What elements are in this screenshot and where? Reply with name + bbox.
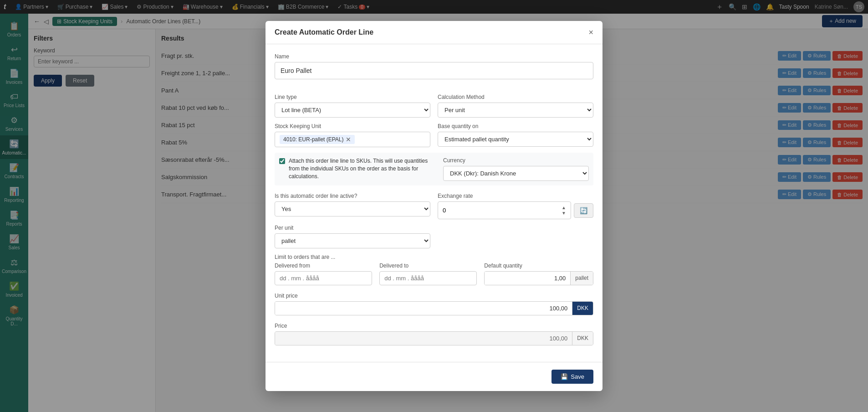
modal-overlay[interactable]: Create Automatic Order Line × Name Line … (0, 0, 868, 412)
active-exchange-row: Is this automatic order line active? Yes… (275, 193, 593, 219)
save-label: Save (571, 373, 584, 380)
base-qty-label: Base quantity on (438, 123, 593, 129)
unit-price-input-wrap: DKK (275, 301, 593, 315)
unit-price-label: Unit price (275, 293, 593, 299)
delivered-from-label: Delivered from (275, 263, 372, 269)
per-unit-col: Per unit pallet (275, 225, 430, 248)
base-qty-select[interactable]: Estimated pallet quantity (438, 132, 593, 147)
active-select[interactable]: Yes (275, 201, 430, 216)
default-qty-label: Default quantity (484, 263, 593, 269)
price-input (275, 332, 572, 345)
exchange-rate-input[interactable] (443, 207, 541, 214)
delivered-to-input[interactable] (379, 271, 477, 285)
modal-footer: 💾 Save (266, 362, 602, 391)
exchange-rate-spinner[interactable]: ▲ ▼ (562, 205, 566, 216)
price-field: DKK (275, 331, 593, 345)
default-qty-col: Default quantity pallet (484, 263, 593, 285)
attach-checkbox-label: Attach this order line line to SKUs. Thi… (289, 157, 439, 180)
name-label: Name (275, 53, 593, 60)
line-type-col: Line type Lot line (BETA) (275, 94, 430, 118)
active-col: Is this automatic order line active? Yes (275, 193, 430, 219)
name-group: Name (275, 53, 593, 87)
sku-tag-text: 4010: EUR-pallet (EPAL) (283, 136, 344, 143)
modal-title: Create Automatic Order Line (275, 28, 373, 36)
save-icon: 💾 (561, 373, 568, 380)
per-unit-label: Per unit (275, 225, 430, 231)
refresh-exchange-rate-button[interactable]: 🔄 (574, 203, 593, 218)
attach-checkbox[interactable] (279, 158, 285, 164)
unit-price-currency: DKK (572, 302, 593, 315)
active-label: Is this automatic order line active? (275, 193, 430, 199)
exchange-rate-row: ▲ ▼ 🔄 (438, 201, 593, 219)
per-unit-select[interactable]: pallet (275, 233, 430, 248)
modal-body: Name Line type Lot line (BETA) Calculati… (266, 44, 602, 362)
spacer-col (438, 225, 593, 248)
sku-remove-icon[interactable]: ✕ (346, 136, 351, 143)
limit-label: Limit to orders that are ... (275, 254, 593, 260)
modal-close-button[interactable]: × (588, 28, 593, 36)
default-qty-input[interactable] (485, 272, 570, 285)
exchange-rate-label: Exchange rate (438, 193, 593, 199)
name-input[interactable] (275, 62, 593, 79)
line-type-select[interactable]: Lot line (BETA) (275, 103, 430, 118)
modal: Create Automatic Order Line × Name Line … (266, 21, 602, 391)
default-qty-input-wrap: pallet (484, 271, 593, 285)
base-qty-col: Base quantity on Estimated pallet quanti… (438, 123, 593, 147)
calc-method-select[interactable]: Per unit (438, 103, 593, 118)
date-row: Delivered from Delivered to Default quan… (275, 263, 593, 285)
sku-tag: 4010: EUR-pallet (EPAL) ✕ (280, 135, 355, 144)
save-button[interactable]: 💾 Save (551, 370, 593, 384)
calc-method-label: Calculation Method (438, 94, 593, 100)
line-calc-row: Line type Lot line (BETA) Calculation Me… (275, 94, 593, 118)
currency-select[interactable]: DKK (Dkr): Danish Krone (443, 166, 589, 181)
price-label: Price (275, 323, 593, 329)
sku-label: Stock Keeping Unit (275, 123, 430, 129)
unit-price-input[interactable] (275, 302, 572, 315)
currency-col: Currency DKK (Dkr): Danish Krone (443, 157, 589, 181)
sku-col: Stock Keeping Unit 4010: EUR-pallet (EPA… (275, 123, 430, 147)
price-group: Price DKK (275, 323, 593, 345)
unit-price-group: Unit price DKK (275, 293, 593, 315)
sku-baseqty-row: Stock Keeping Unit 4010: EUR-pallet (EPA… (275, 123, 593, 147)
delivered-to-label: Delivered to (379, 263, 477, 269)
line-type-label: Line type (275, 94, 430, 100)
modal-header: Create Automatic Order Line × (266, 21, 602, 44)
limit-group: Limit to orders that are ... Delivered f… (275, 254, 593, 285)
per-unit-row: Per unit pallet (275, 225, 593, 248)
exchange-rate-input-wrap: ▲ ▼ (438, 201, 571, 219)
delivered-to-col: Delivered to (379, 263, 477, 285)
attach-checkbox-row: Attach this order line line to SKUs. Thi… (275, 153, 593, 185)
spinner-down-icon[interactable]: ▼ (562, 211, 566, 216)
sku-input-wrap: 4010: EUR-pallet (EPAL) ✕ (275, 132, 430, 147)
delivered-from-col: Delivered from (275, 263, 372, 285)
price-currency: DKK (572, 332, 593, 345)
default-qty-unit: pallet (570, 272, 593, 285)
calc-method-col: Calculation Method Per unit (438, 94, 593, 118)
delivered-from-input[interactable] (275, 271, 372, 285)
currency-label: Currency (443, 157, 589, 164)
spinner-up-icon[interactable]: ▲ (562, 205, 566, 210)
exchange-rate-col: Exchange rate ▲ ▼ 🔄 (438, 193, 593, 219)
